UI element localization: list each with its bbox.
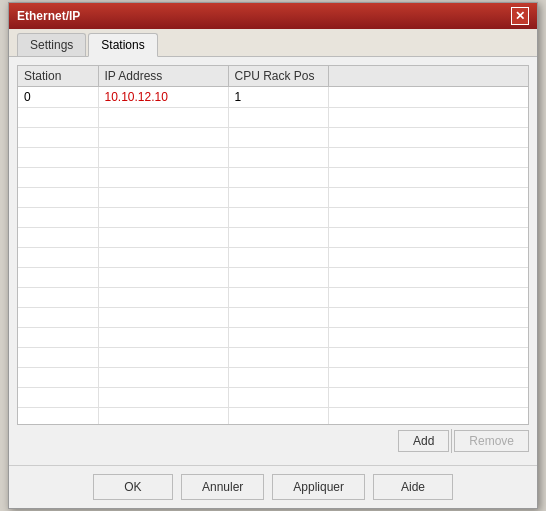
help-button[interactable]: Aide — [373, 474, 453, 500]
close-icon: ✕ — [515, 9, 525, 23]
empty-row — [18, 208, 528, 228]
cell-extra — [328, 87, 528, 108]
cell-station: 0 — [18, 87, 98, 108]
empty-row — [18, 308, 528, 328]
tab-settings[interactable]: Settings — [17, 33, 86, 56]
col-header-rack: CPU Rack Pos — [228, 66, 328, 87]
empty-row — [18, 148, 528, 168]
empty-row — [18, 368, 528, 388]
footer-buttons: OK Annuler Appliquer Aide — [9, 465, 537, 508]
close-button[interactable]: ✕ — [511, 7, 529, 25]
cell-ip: 10.10.12.10 — [98, 87, 228, 108]
empty-row — [18, 168, 528, 188]
cancel-button[interactable]: Annuler — [181, 474, 264, 500]
empty-row — [18, 388, 528, 408]
window-title: Ethernet/IP — [17, 9, 80, 23]
add-remove-bar: Add Remove — [17, 425, 529, 457]
table-row[interactable]: 0 10.10.12.10 1 — [18, 87, 528, 108]
add-button[interactable]: Add — [398, 430, 449, 452]
table-container: Station IP Address CPU Rack Pos 0 10.10.… — [17, 65, 529, 425]
col-header-station: Station — [18, 66, 98, 87]
empty-row — [18, 348, 528, 368]
title-bar: Ethernet/IP ✕ — [9, 3, 537, 29]
stations-table: Station IP Address CPU Rack Pos 0 10.10.… — [18, 66, 528, 425]
empty-row — [18, 288, 528, 308]
ok-button[interactable]: OK — [93, 474, 173, 500]
empty-row — [18, 228, 528, 248]
empty-row — [18, 128, 528, 148]
empty-row — [18, 328, 528, 348]
empty-row — [18, 268, 528, 288]
empty-row — [18, 188, 528, 208]
empty-row — [18, 408, 528, 426]
tab-stations[interactable]: Stations — [88, 33, 157, 57]
empty-row — [18, 248, 528, 268]
cell-rack: 1 — [228, 87, 328, 108]
col-header-extra — [328, 66, 528, 87]
button-divider — [451, 429, 452, 453]
tab-bar: Settings Stations — [9, 29, 537, 57]
empty-row — [18, 108, 528, 128]
remove-button[interactable]: Remove — [454, 430, 529, 452]
content-area: Station IP Address CPU Rack Pos 0 10.10.… — [9, 57, 537, 465]
apply-button[interactable]: Appliquer — [272, 474, 365, 500]
col-header-ip: IP Address — [98, 66, 228, 87]
main-window: Ethernet/IP ✕ Settings Stations Station … — [8, 2, 538, 509]
